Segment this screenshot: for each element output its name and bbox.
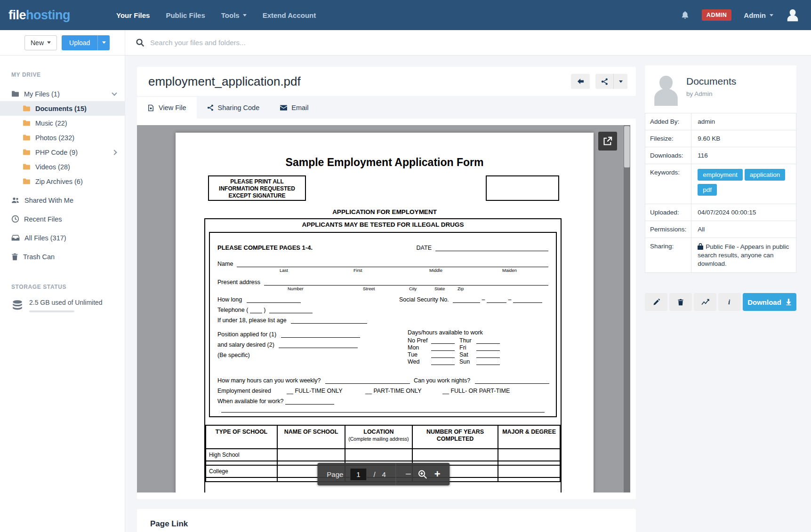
folder-icon — [11, 90, 19, 97]
folder-icon — [23, 105, 31, 112]
pdf-viewer: Sample Employment Application Form PLEAS… — [137, 125, 630, 492]
storage-usage-text: 2.5 GB used of Unlimited — [29, 299, 103, 306]
chevron-down-icon — [770, 14, 773, 16]
page-total: 4 — [382, 470, 386, 478]
new-button[interactable]: New — [24, 35, 57, 50]
nav-your-files[interactable]: Your Files — [116, 11, 150, 19]
work-nights-label: Can you work nights? — [414, 377, 470, 384]
form-fields-box: PLEASE COMPLETE PAGES 1-4. DATE Name Las… — [209, 232, 557, 417]
print-notice-box: PLEASE PRINT ALL INFORMATION REQUESTED E… — [208, 175, 306, 201]
keyword-tag[interactable]: employment — [698, 169, 743, 181]
share-icon — [601, 78, 608, 85]
sidebar-item-trash-can[interactable]: Trash Can — [0, 249, 125, 264]
chevron-down-icon[interactable] — [112, 90, 117, 95]
ssn-label: Social Security No. — [399, 296, 449, 303]
sidebar-folder-zip-archives[interactable]: Zip Archives (6) — [0, 174, 125, 189]
zoom-search-icon[interactable] — [418, 469, 428, 479]
tab-view-file[interactable]: View File — [137, 97, 197, 119]
sharing-value: Public File - Appears in public search r… — [691, 238, 796, 273]
sidebar-folder-documents[interactable]: Documents (15) — [0, 101, 125, 116]
open-in-new-window-button[interactable] — [598, 132, 617, 151]
application-header: APPLICATION FOR EMPLOYMENT — [176, 208, 594, 215]
downloads-value: 116 — [691, 147, 796, 164]
zoom-out-button[interactable]: − — [405, 468, 411, 480]
form-title: Sample Employment Application Form — [176, 133, 594, 169]
download-arrow-icon — [786, 299, 792, 305]
lock-icon — [698, 243, 703, 250]
scrollbar-thumb[interactable] — [624, 126, 630, 167]
share-split-button — [595, 74, 627, 89]
info-button[interactable]: i — [718, 293, 741, 311]
file-action-buttons: i Download — [645, 293, 796, 311]
share-options-button[interactable] — [613, 74, 627, 89]
name-label: Name — [217, 261, 233, 267]
pdf-page: Sample Employment Application Form PLEAS… — [176, 133, 594, 492]
stats-button[interactable] — [694, 293, 716, 311]
user-menu[interactable]: Admin — [744, 11, 773, 19]
back-button[interactable] — [571, 74, 590, 89]
keyword-tag[interactable]: pdf — [698, 184, 717, 196]
tab-email[interactable]: Email — [270, 97, 319, 119]
tab-sharing-code[interactable]: Sharing Code — [197, 97, 270, 119]
people-icon — [11, 197, 20, 204]
action-toolbar: New Upload — [0, 30, 811, 56]
share-button[interactable] — [595, 74, 613, 89]
sidebar-folder-php-code[interactable]: PHP Code (9) — [0, 145, 125, 159]
sidebar-item-my-files[interactable]: My Files (1) — [0, 87, 125, 101]
position-label: Position applied for (1) — [217, 331, 276, 338]
telephone-label: Telephone ( — [217, 307, 248, 313]
sidebar-item-recent-files[interactable]: Recent Files — [0, 212, 125, 226]
folder-owner: by Admin — [686, 90, 713, 97]
file-title-card: employment_application.pdf — [137, 67, 636, 96]
file-preview-panel: Sample Employment Application Form PLEAS… — [137, 119, 636, 499]
chevron-right-icon[interactable] — [112, 150, 117, 155]
delete-button[interactable] — [669, 293, 692, 311]
sidebar-folder-photos[interactable]: Photos (232) — [0, 130, 125, 145]
trash-icon — [677, 299, 684, 306]
navbar-right: ADMIN Admin — [681, 8, 800, 23]
sidebar-folder-music[interactable]: Music (22) — [0, 116, 125, 130]
keyword-tag[interactable]: application — [745, 169, 786, 181]
admin-badge[interactable]: ADMIN — [702, 9, 731, 21]
sidebar: MY DRIVE My Files (1) Documents (15) Mus… — [0, 56, 125, 532]
sidebar-folder-videos[interactable]: Videos (28) — [0, 159, 125, 174]
nav-public-files[interactable]: Public Files — [166, 11, 205, 19]
zoom-in-button[interactable]: + — [434, 468, 441, 480]
page-title: employment_application.pdf — [148, 74, 301, 89]
pencil-icon — [653, 299, 660, 306]
edit-button[interactable] — [645, 293, 667, 311]
page-number-input[interactable] — [350, 468, 367, 481]
office-use-box — [486, 175, 559, 201]
sidebar-item-all-files[interactable]: All Files (317) — [0, 230, 125, 245]
employment-desired-label: Employment desired — [217, 388, 271, 394]
user-avatar-icon[interactable] — [786, 8, 800, 23]
upload-split-button: Upload — [62, 35, 110, 50]
table-row: Keywords: employmentapplicationpdf — [645, 164, 796, 204]
my-drive-header: MY DRIVE — [0, 71, 125, 78]
form-outer-box: APPLICANTS MAY BE TESTED FOR ILLEGAL DRU… — [204, 218, 562, 492]
keywords-value: employmentapplicationpdf — [691, 164, 796, 204]
added-by-value: admin — [691, 113, 796, 130]
education-table-header: TYPE OF SCHOOL NAME OF SCHOOL LOCATION(C… — [206, 425, 560, 449]
folder-icon — [23, 119, 31, 127]
sidebar-item-shared-with-me[interactable]: Shared With Me — [0, 193, 125, 207]
storage-progress-bar — [29, 310, 74, 312]
title-actions — [571, 74, 627, 89]
viewer-scrollbar[interactable] — [624, 125, 630, 492]
storage-status-header: STORAGE STATUS — [0, 284, 125, 290]
upload-options-button[interactable] — [97, 35, 110, 50]
top-navbar: filehosting Your Files Public Files Tool… — [0, 0, 811, 30]
complete-pages-label: PLEASE COMPLETE PAGES 1-4. — [217, 244, 313, 251]
nav-tools[interactable]: Tools — [221, 11, 247, 19]
app-logo[interactable]: filehosting — [8, 8, 70, 23]
search-input[interactable] — [150, 39, 433, 47]
upload-button[interactable]: Upload — [62, 35, 97, 50]
folder-icon — [23, 134, 31, 141]
download-button[interactable]: Download — [743, 293, 796, 311]
nav-extend-account[interactable]: Extend Account — [263, 11, 316, 19]
bell-icon[interactable] — [681, 10, 690, 20]
date-label: DATE — [417, 245, 432, 251]
envelope-icon — [280, 105, 287, 111]
file-tabs: View File Sharing Code Email — [137, 97, 319, 119]
trash-icon — [11, 253, 18, 261]
